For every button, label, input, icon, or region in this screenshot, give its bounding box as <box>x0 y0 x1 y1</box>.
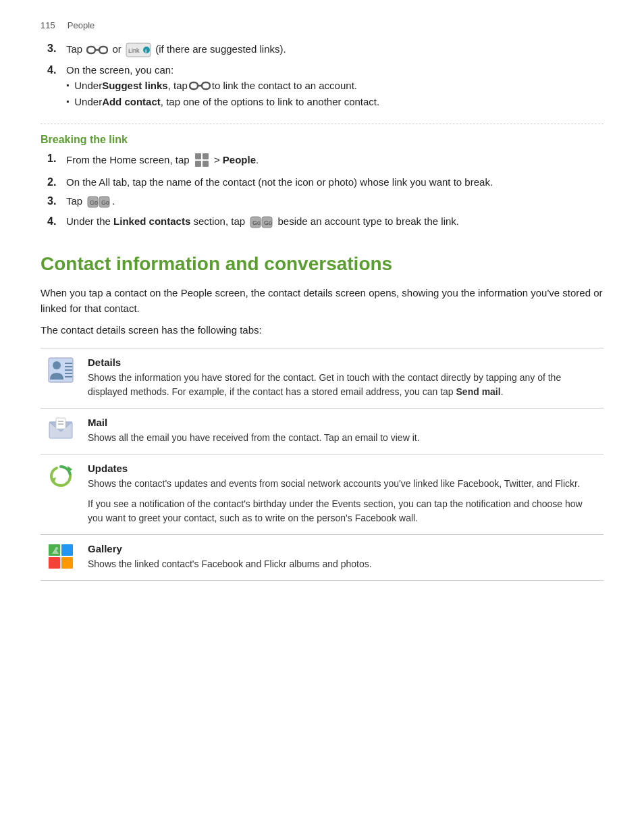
suggest-links-label: Suggest links <box>102 80 168 91</box>
tab-details-row: Details Shows the information you have s… <box>41 348 603 408</box>
svg-text:Go: Go <box>264 219 272 226</box>
svg-rect-8 <box>202 82 210 89</box>
svg-rect-37 <box>49 557 60 569</box>
tabs-table: Details Shows the information you have s… <box>41 348 603 581</box>
break-step-2: 2. On the All tab, tap the name of the c… <box>47 176 603 188</box>
svg-rect-38 <box>61 557 73 569</box>
intro-paragraph-2: The contact details screen has the follo… <box>41 323 603 338</box>
break-step-4-content: Under the Linked contacts section, tap G… <box>66 215 603 229</box>
add-contact-label: Add contact <box>102 96 161 107</box>
break-step-1-content: From the Home screen, tap > People. <box>66 153 603 170</box>
chain-link-icon-2 <box>189 80 211 92</box>
details-tab-desc: Shows the information you have stored fo… <box>88 372 561 398</box>
tab-mail-row: Mail Shows all the email you have receiv… <box>41 408 603 454</box>
svg-rect-13 <box>203 161 209 167</box>
break-step-num-1: 1. <box>47 153 66 165</box>
break-step-num-4: 4. <box>47 215 66 228</box>
break-step-num-2: 2. <box>47 176 66 188</box>
top-steps: 3. Tap or Link i (if there are suggested… <box>47 43 603 111</box>
go-icon-1: GoGo <box>87 195 110 209</box>
step-num-3: 3. <box>47 43 66 55</box>
intro-paragraph-1: When you tap a contact on the People scr… <box>41 286 603 316</box>
page-number: 115 <box>41 20 55 30</box>
updates-tab-desc: Shows the contact's updates and events f… <box>88 477 597 492</box>
break-step-3-content: Tap GoGo . <box>66 195 603 209</box>
svg-rect-0 <box>87 47 95 53</box>
tab-updates-row: Updates Shows the contact's updates and … <box>41 454 603 534</box>
updates-tab-content: Updates Shows the contact's updates and … <box>81 454 603 534</box>
break-step-2-content: On the All tab, tap the name of the cont… <box>66 176 603 188</box>
gallery-icon <box>47 561 74 572</box>
svg-text:Go: Go <box>90 199 98 206</box>
svg-rect-30 <box>56 418 65 429</box>
breaking-link-steps: 1. From the Home screen, tap > People. 2… <box>47 153 603 229</box>
gallery-tab-name: Gallery <box>88 543 597 554</box>
break-step-4: 4. Under the Linked contacts section, ta… <box>47 215 603 229</box>
svg-text:Go: Go <box>101 199 109 206</box>
svg-text:i: i <box>145 48 146 54</box>
step-num-4: 4. <box>47 64 66 76</box>
divider-1 <box>41 124 603 124</box>
details-tab-name: Details <box>88 357 597 368</box>
mail-icon-cell <box>41 408 81 454</box>
people-link: People <box>223 154 256 165</box>
chain-link-icon <box>86 44 108 56</box>
step-4-content: On the screen, you can: Under Suggest li… <box>66 64 603 111</box>
mail-tab-name: Mail <box>88 417 597 428</box>
updates-tab-desc2: If you see a notification of the contact… <box>88 497 597 526</box>
svg-rect-12 <box>195 161 201 167</box>
mail-tab-content: Mail Shows all the email you have receiv… <box>81 408 603 454</box>
step-3-content: Tap or Link i (if there are suggested li… <box>66 43 603 57</box>
bullet-suggest-links: Under Suggest links, tap to link the con… <box>66 80 603 92</box>
section-title: People <box>68 20 95 30</box>
contact-info-section: Contact information and conversations Wh… <box>41 253 603 581</box>
svg-rect-7 <box>190 82 198 89</box>
break-step-1: 1. From the Home screen, tap > People. <box>47 153 603 170</box>
svg-rect-11 <box>203 153 209 159</box>
mail-icon <box>47 434 74 446</box>
page-header: 115 People <box>41 20 603 30</box>
updates-tab-name: Updates <box>88 463 597 474</box>
svg-point-23 <box>53 361 61 369</box>
details-tab-content: Details Shows the information you have s… <box>81 348 603 408</box>
svg-rect-1 <box>99 47 107 53</box>
updates-icon-cell <box>41 454 81 534</box>
link-info-icon: Link i <box>126 43 151 57</box>
svg-rect-36 <box>61 544 73 556</box>
break-step-num-3: 3. <box>47 195 66 207</box>
gallery-tab-content: Gallery Shows the linked contact's Faceb… <box>81 535 603 581</box>
breaking-link-section: Breaking the link 1. From the Home scree… <box>41 134 603 229</box>
mail-tab-desc: Shows all the email you have received fr… <box>88 432 420 443</box>
grid-icon <box>194 153 209 170</box>
svg-text:Go: Go <box>252 219 261 226</box>
bullet-add-contact: Under Add contact, tap one of the option… <box>66 96 603 107</box>
tab-gallery-row: Gallery Shows the linked contact's Faceb… <box>41 535 603 581</box>
step-3: 3. Tap or Link i (if there are suggested… <box>47 43 603 57</box>
details-icon-cell <box>41 348 81 408</box>
step-4: 4. On the screen, you can: Under Suggest… <box>47 64 603 111</box>
svg-point-40 <box>55 547 58 550</box>
break-step-3: 3. Tap GoGo . <box>47 195 603 209</box>
svg-rect-10 <box>195 153 201 159</box>
svg-text:Link: Link <box>128 47 140 54</box>
gallery-tab-desc: Shows the linked contact's Facebook and … <box>88 558 372 569</box>
gallery-icon-cell <box>41 535 81 581</box>
breaking-link-title: Breaking the link <box>41 134 603 146</box>
details-icon <box>47 374 74 386</box>
send-mail-link: Send mail <box>456 386 501 397</box>
linked-contacts-label: Linked contacts <box>113 215 190 227</box>
step-4-bullets: Under Suggest links, tap to link the con… <box>66 80 603 107</box>
updates-icon <box>47 480 74 492</box>
go-icon-2: GoGo <box>250 215 273 229</box>
main-section-title: Contact information and conversations <box>41 253 603 275</box>
